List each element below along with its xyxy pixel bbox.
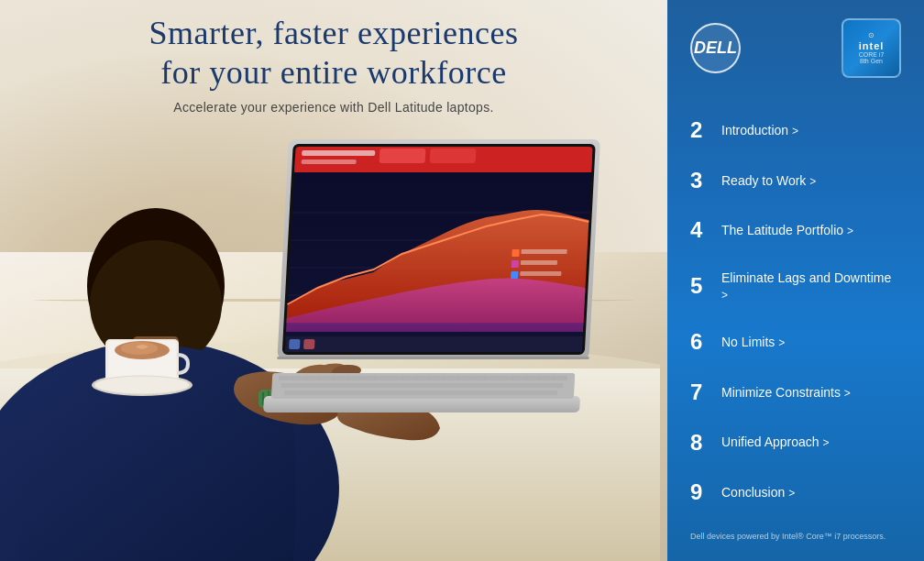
svg-rect-67 [521, 249, 566, 254]
intel-text: intel [859, 40, 885, 51]
svg-rect-66 [512, 249, 519, 257]
nav-item[interactable]: 9 Conclusion > [690, 478, 901, 507]
nav-label: Unified Approach > [721, 434, 830, 451]
nav-arrow: > [778, 336, 785, 349]
nav-item[interactable]: 5 Eliminate Lags and Downtime > [690, 266, 901, 307]
nav-arrow: > [809, 175, 816, 188]
svg-rect-68 [512, 260, 519, 268]
svg-rect-63 [285, 336, 583, 352]
intel-badge: ⊙ intel CORE i7 8th Gen [842, 18, 901, 78]
nav-label: Ready to Work > [721, 172, 816, 190]
svg-rect-28 [284, 390, 557, 395]
nav-item[interactable]: 6 No Limits > [690, 327, 901, 357]
intel-gen-text: 8th Gen [860, 58, 883, 64]
nav-arrow: > [788, 487, 795, 500]
title-section: Smarter, faster experiences for your ent… [0, 14, 667, 115]
svg-point-23 [94, 376, 190, 394]
main-title: Smarter, faster experiences for your ent… [0, 14, 667, 93]
nav-label: The Latitude Portfolio > [721, 222, 853, 239]
nav-item[interactable]: 2 Introduction > [690, 116, 901, 145]
dell-logo-text: DELL [694, 38, 737, 58]
logos-row: DELL ⊙ intel CORE i7 8th Gen [690, 18, 901, 78]
nav-number: 7 [690, 381, 710, 403]
svg-rect-26 [279, 376, 567, 380]
nav-arrow: > [721, 289, 728, 302]
svg-rect-57 [430, 148, 477, 163]
subtitle-text: Accelerate your experience with Dell Lat… [0, 100, 667, 115]
nav-item[interactable]: 4 The Latitude Portfolio > [690, 215, 901, 245]
nav-number: 2 [690, 119, 710, 141]
nav-item[interactable]: 7 Minimize Constraints > [690, 378, 901, 407]
intel-core-text: CORE i7 [859, 51, 885, 58]
nav-arrow: > [847, 225, 853, 237]
nav-number: 3 [690, 170, 710, 192]
nav-arrow: > [792, 125, 798, 138]
footer-text: Dell devices powered by Intel® Core™ i7 … [690, 531, 901, 543]
nav-label: Eliminate Lags and Downtime > [721, 270, 901, 303]
svg-rect-70 [511, 271, 518, 279]
dell-logo: DELL [690, 23, 741, 73]
nav-arrow: > [844, 387, 851, 400]
svg-rect-55 [302, 160, 357, 164]
nav-number: 6 [690, 331, 710, 353]
nav-number: 8 [690, 432, 710, 454]
svg-rect-69 [521, 260, 557, 265]
intel-swirl: ⊙ [868, 32, 874, 40]
svg-rect-56 [380, 148, 426, 163]
nav-number: 5 [690, 275, 710, 297]
nav-label: No Limits > [721, 334, 785, 351]
nav-arrow: > [823, 436, 830, 449]
nav-label: Introduction > [721, 122, 798, 139]
nav-label: Conclusion > [721, 484, 795, 501]
svg-rect-64 [289, 339, 301, 349]
nav-number: 4 [690, 219, 710, 241]
svg-rect-27 [280, 383, 563, 388]
navigation-list: 2 Introduction > 3 Ready to Work > 4 The… [690, 105, 901, 517]
nav-item[interactable]: 3 Ready to Work > [690, 166, 901, 195]
nav-item[interactable]: 8 Unified Approach > [690, 428, 901, 457]
left-panel: Smarter, faster experiences for your ent… [0, 0, 667, 561]
svg-rect-72 [277, 357, 588, 359]
svg-rect-71 [520, 271, 561, 276]
svg-rect-65 [303, 339, 315, 349]
nav-number: 9 [690, 481, 710, 503]
svg-rect-54 [302, 150, 375, 156]
nav-label: Minimize Constraints > [721, 384, 851, 402]
right-panel: DELL ⊙ intel CORE i7 8th Gen 2 Introduct… [667, 0, 924, 561]
